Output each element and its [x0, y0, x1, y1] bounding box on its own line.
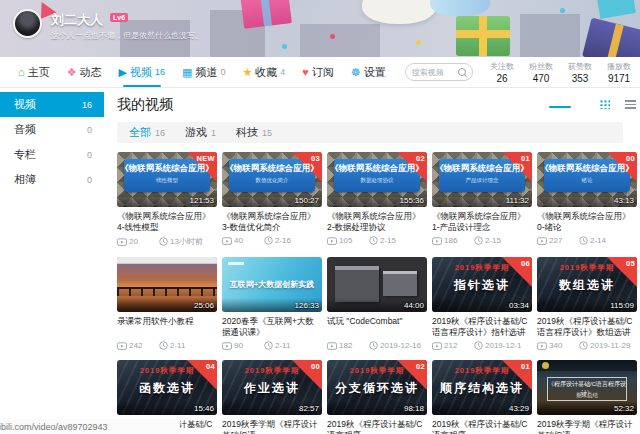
video-thumbnail[interactable]: 44:00 — [327, 257, 427, 312]
avatar[interactable] — [13, 9, 42, 38]
confetti-dot — [330, 34, 335, 39]
video-title[interactable]: 2019秋《程序设计基础/C语言程序 — [327, 419, 427, 434]
duration-label: 03:34 — [509, 301, 529, 310]
duration-label: 115:09 — [610, 301, 634, 310]
play-count: 105 — [339, 236, 352, 245]
stat-following: 关注数 26 — [489, 61, 515, 84]
search-icon[interactable] — [458, 68, 466, 76]
video-thumbnail[interactable]: 2019秋季学期 分支循环选讲 02 98:18 — [327, 360, 427, 415]
play-count: 242 — [129, 341, 142, 350]
video-title[interactable]: 2019秋季学期《程序设计基础/C语 — [537, 419, 637, 434]
sidebar-item-audio[interactable]: 音频 0 — [0, 117, 104, 142]
video-card[interactable]: 2019秋季学期 数组选讲 05 115:09 2019秋《程序设计基础/C语言… — [537, 257, 637, 350]
video-card[interactable]: 2019秋季学期 指针选讲 06 03:34 2019秋《程序设计基础/C语言程… — [432, 257, 532, 350]
sidebar-item-video[interactable]: 视频 16 — [0, 92, 104, 117]
confetti-dot — [282, 44, 287, 49]
video-thumbnail[interactable]: 《物联网系统综合应用》 数值优化简介 03 150:27 — [222, 152, 322, 207]
video-meta: 90 2-11 — [222, 341, 322, 350]
video-thumbnail[interactable]: 25:06 — [117, 257, 217, 312]
video-card[interactable]: 2019秋季学期 分支循环选讲 02 98:18 2019秋《程序设计基础/C语… — [327, 360, 427, 434]
video-card[interactable]: 《物联网系统综合应用》 绪论 00 43:13 《物联网系统综合应用》0-绪论 … — [537, 152, 637, 247]
video-title[interactable]: 2019秋《程序设计基础/C语言程序设计》指针选讲 — [432, 316, 532, 338]
grid-view-icon[interactable] — [599, 99, 610, 109]
video-thumbnail[interactable]: 《物联网系统综合应用》 产品设计理念 01 111:32 — [432, 152, 532, 207]
nav-item-favorites[interactable]: ★ 收藏 4 — [242, 57, 285, 87]
tab-all[interactable]: 全部 16 — [129, 125, 165, 140]
nav-item-count: 16 — [155, 67, 165, 77]
video-thumbnail[interactable]: 《物联网系统综合应用》 数据处理协议 02 155:36 — [327, 152, 427, 207]
thumbnail-title-text: 2019秋季学期 — [222, 366, 322, 376]
sidebar-item-article[interactable]: 专栏 0 — [0, 142, 104, 167]
video-thumbnail[interactable]: 2019秋季学期 作业选讲 00 82:57 — [222, 360, 322, 415]
upload-date-icon — [369, 341, 378, 350]
video-title[interactable]: 2019秋《程序设计基础/C语言程序 — [432, 419, 532, 434]
tv-icon: ▦ — [182, 67, 192, 78]
video-meta: 105 2-15 — [327, 236, 427, 245]
duration-label: 150:27 — [295, 196, 319, 205]
tab-count: 1 — [211, 128, 216, 138]
thumbnail-subtitle-text: 数据处理协议 — [327, 177, 427, 184]
video-card[interactable]: 2019秋季学期 作业选讲 00 82:57 2019秋季学期《程序设计基础/C… — [222, 360, 322, 434]
video-meta: 212 2019-12-1 — [432, 341, 532, 350]
tab-game[interactable]: 游戏 1 — [185, 125, 216, 140]
nav-item-count: 4 — [280, 67, 285, 77]
video-title[interactable]: 《物联网系统综合应用》3-数值优化简介 — [222, 211, 322, 233]
video-card[interactable]: 互联网+大数据创新实践 126:33 2020春季《互联网+大数据通识课》 90… — [222, 257, 322, 350]
video-thumbnail[interactable]: 2019秋季学期 函数选讲 04 15:46 — [117, 360, 217, 415]
video-card[interactable]: 25:06 录课常用软件小教程 242 2-11 — [117, 257, 217, 350]
video-title[interactable]: 录课常用软件小教程 — [117, 316, 217, 338]
video-title[interactable]: 试玩 "CodeCombat" — [327, 316, 427, 338]
video-thumbnail[interactable]: 《物联网系统综合应用》 线性模型 NEW 121:53 — [117, 152, 217, 207]
video-thumbnail[interactable]: 互联网+大数据创新实践 126:33 — [222, 257, 322, 312]
space-navbar: ⌂ 主页 ❖ 动态 ▶ 视频 16 ▦ 频道 0 ★ 收藏 4 ♥ 订阅 ☸ 设… — [0, 57, 640, 88]
video-card[interactable]: 《物联网系统综合应用》 产品设计理念 01 111:32 《物联网系统综合应用》… — [432, 152, 532, 247]
video-thumbnail[interactable]: 2019秋季学期 顺序结构选讲 01 43:29 — [432, 360, 532, 415]
nav-item-dynamic[interactable]: ❖ 动态 — [67, 57, 102, 87]
thumbnail-subtitle-text: 数组选讲 — [537, 277, 637, 294]
video-title[interactable]: 《物联网系统综合应用》4-线性模型 — [117, 211, 217, 233]
nav-item-subscribe[interactable]: ♥ 订阅 — [302, 57, 334, 87]
play-count: 186 — [444, 236, 457, 245]
nav-item-settings[interactable]: ☸ 设置 — [351, 57, 386, 87]
video-card[interactable]: 《物联网系统综合应用》 数值优化简介 03 150:27 《物联网系统综合应用》… — [222, 152, 322, 247]
thumbnail-title-text: 2019秋季学期 — [432, 263, 532, 273]
video-thumbnail[interactable]: 2019秋季学期 数组选讲 05 115:09 — [537, 257, 637, 312]
upload-date: 2-14 — [590, 236, 606, 245]
tab-label: 科技 — [236, 125, 258, 140]
stat-label: 获赞数 — [568, 61, 592, 72]
search-input[interactable] — [412, 68, 446, 77]
video-title[interactable]: 《物联网系统综合应用》1-产品设计理念 — [432, 211, 532, 233]
video-card[interactable]: 44:00 试玩 "CodeCombat" 182 2019-12-16 — [327, 257, 427, 350]
video-title[interactable]: 2019秋《程序设计基础/C语言程序设计》数组选讲 — [537, 316, 637, 338]
upload-date-icon — [264, 236, 273, 245]
sidebar-item-label: 相簿 — [14, 172, 36, 187]
sidebar-item-album[interactable]: 相簿 0 — [0, 167, 104, 192]
video-thumbnail[interactable]: 《物联网系统综合应用》 绪论 00 43:13 — [537, 152, 637, 207]
video-card[interactable]: 2019秋季学期 顺序结构选讲 01 43:29 2019秋《程序设计基础/C语… — [432, 360, 532, 434]
stat-label: 播放数 — [607, 61, 631, 72]
video-title[interactable]: 2019秋季学期《程序设计基础/C语 — [222, 419, 322, 434]
video-card[interactable]: 《程序设计基础/C语言程序设计》 期末总结 52:32 2019秋季学期《程序设… — [537, 360, 637, 434]
video-title[interactable]: 《物联网系统综合应用》2-数据处理协议 — [327, 211, 427, 233]
nav-item-video[interactable]: ▶ 视频 16 — [119, 57, 165, 87]
thumbnail-title-text: 《物联网系统综合应用》 — [537, 163, 637, 175]
play-count-icon — [327, 342, 337, 350]
page-title: 我的视频 — [117, 96, 173, 114]
gear-icon: ☸ — [351, 67, 361, 78]
video-search-box[interactable] — [405, 63, 473, 81]
video-title[interactable]: 2020春季《互联网+大数据通识课》 — [222, 316, 322, 338]
video-thumbnail[interactable]: 《程序设计基础/C语言程序设计》 期末总结 52:32 — [537, 360, 637, 415]
video-card[interactable]: 《物联网系统综合应用》 线性模型 NEW 121:53 《物联网系统综合应用》4… — [117, 152, 217, 247]
nav-item-home[interactable]: ⌂ 主页 — [18, 57, 50, 87]
video-card[interactable]: 《物联网系统综合应用》 数据处理协议 02 155:36 《物联网系统综合应用》… — [327, 152, 427, 247]
play-count: 40 — [234, 236, 243, 245]
video-thumbnail[interactable]: 2019秋季学期 指针选讲 06 03:34 — [432, 257, 532, 312]
nav-item-channel[interactable]: ▦ 频道 0 — [182, 57, 225, 87]
video-title[interactable]: 《物联网系统综合应用》0-绪论 — [537, 211, 637, 233]
stat-value: 9171 — [608, 73, 630, 84]
username[interactable]: 刘二大人 — [51, 11, 103, 29]
nav-item-label: 频道 — [195, 65, 217, 80]
tab-tech[interactable]: 科技 15 — [236, 125, 272, 140]
list-view-icon[interactable] — [625, 100, 636, 109]
video-grid: 《物联网系统综合应用》 线性模型 NEW 121:53 《物联网系统综合应用》4… — [117, 152, 639, 434]
